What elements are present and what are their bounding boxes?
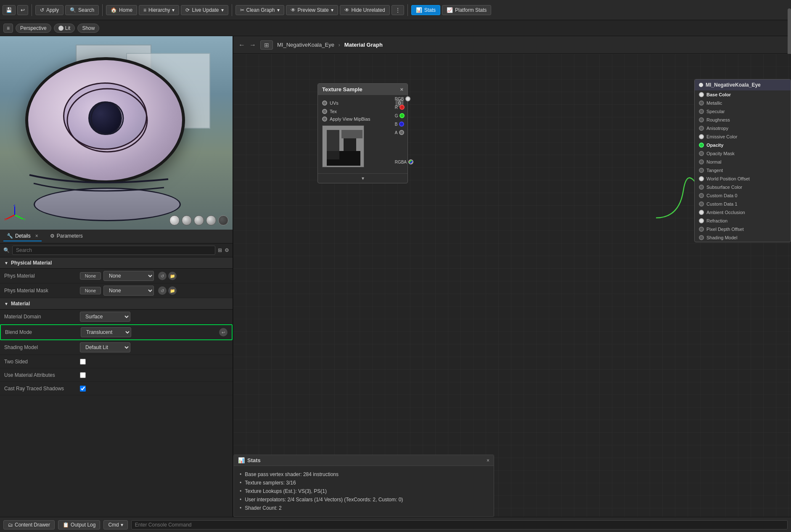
tex-label: Tex — [330, 109, 403, 114]
phys-material-mask-reset-btn[interactable]: ↺ — [158, 286, 167, 295]
stats-button[interactable]: 📊 Stats — [411, 5, 440, 15]
search-button[interactable]: 🔍 Search — [65, 5, 99, 15]
stats-item: •Texture samplers: 3/16 — [240, 479, 488, 487]
output-row-shading-model: Shading Model — [695, 233, 791, 242]
live-update-chevron-icon: ▾ — [221, 7, 224, 13]
shading-model-label: Shading Model — [4, 344, 80, 350]
output-label-13: Custom Data 1 — [706, 201, 737, 206]
texture-preview-svg — [323, 126, 364, 167]
stats-bullet-icon: • — [240, 471, 241, 477]
graph-area[interactable]: Texture Sample × UVs 0 Tex — [233, 54, 791, 517]
output-pin-1 — [699, 101, 704, 106]
axis-widget: Y X Z — [4, 204, 25, 225]
node-expand-btn[interactable]: ▾ — [318, 173, 407, 183]
details-close-icon[interactable]: × — [35, 233, 38, 239]
clean-graph-icon: ✂ — [240, 7, 244, 13]
blend-mode-value: Translucent ↩ — [81, 327, 228, 337]
console-input[interactable] — [131, 520, 788, 529]
material-domain-dropdown[interactable]: Surface — [80, 312, 130, 322]
cmd-btn[interactable]: Cmd ▾ — [103, 520, 127, 529]
output-pin-17 — [699, 235, 704, 240]
undo-button[interactable]: ↩ — [17, 5, 28, 15]
sphere-icon-5[interactable] — [218, 215, 228, 225]
section-physical-material[interactable]: ▼ Physical Material — [0, 257, 233, 269]
hierarchy-button[interactable]: ≡ Hierarchy ▾ — [139, 5, 179, 15]
platform-stats-button[interactable]: 📈 Platform Stats — [442, 5, 491, 15]
toolbar-separator — [32, 4, 32, 16]
parameters-label: Parameters — [57, 233, 83, 239]
apply-button[interactable]: ↺ Apply — [35, 5, 63, 15]
viewport[interactable]: Y X Z — [0, 36, 233, 230]
viewport-bar: ≡ Perspective Lit Show — [0, 20, 791, 36]
stats-close-btn[interactable]: × — [487, 458, 489, 463]
output-pin-2 — [699, 109, 704, 114]
tab-details[interactable]: 🔧 Details × — [3, 231, 42, 241]
phys-material-mask-browse-btn[interactable]: 📁 — [168, 286, 177, 295]
details-search-input[interactable] — [12, 246, 215, 255]
platform-stats-label: Platform Stats — [455, 7, 487, 13]
use-material-attrs-checkbox[interactable] — [80, 372, 86, 378]
preview-state-button[interactable]: 👁 Preview State ▾ — [286, 5, 338, 15]
home-button[interactable]: 🏠 Home — [106, 5, 137, 15]
prop-shading-model: Shading Model Default Lit — [0, 340, 233, 355]
svg-text:X: X — [4, 217, 7, 221]
stats-bullet-icon: • — [240, 488, 241, 494]
hide-unrelated-button[interactable]: 👁 Hide Unrelated — [340, 5, 390, 15]
phys-material-reset-btn[interactable]: ↺ — [158, 272, 167, 280]
phys-material-browse-btn[interactable]: 📁 — [168, 272, 177, 280]
blend-mode-reset-btn[interactable]: ↩ — [219, 328, 228, 336]
cast-ray-checkbox[interactable] — [80, 386, 86, 392]
output-pin-9 — [699, 168, 704, 173]
phys-material-mask-dropdown[interactable]: None — [103, 286, 154, 296]
svg-line-4 — [6, 215, 15, 219]
blend-mode-dropdown[interactable]: Translucent — [81, 327, 131, 337]
breadcrumb-forward-btn[interactable]: → — [249, 41, 256, 49]
cast-ray-label: Cast Ray Traced Shadows — [4, 386, 80, 392]
pin-a-out — [399, 130, 404, 135]
sphere-icon-1[interactable] — [169, 215, 180, 225]
output-row-specular: Specular — [695, 107, 791, 116]
more-button[interactable]: ⋮ — [392, 5, 404, 15]
hierarchy-chevron-icon: ▾ — [172, 7, 175, 13]
sphere-icon-2[interactable] — [182, 215, 192, 225]
output-label-5: Emissive Color — [706, 134, 737, 139]
stats-item: •Shader Count: 2 — [240, 504, 488, 512]
tab-parameters[interactable]: ⚙ Parameters — [47, 231, 86, 241]
shading-model-dropdown[interactable]: Default Lit — [80, 342, 130, 352]
eye-model-pupil — [88, 101, 122, 135]
breadcrumb-home-btn[interactable]: ⊞ — [260, 40, 273, 50]
output-pin-3 — [699, 117, 704, 122]
prop-cast-ray: Cast Ray Traced Shadows — [0, 382, 233, 395]
section-material-arrow-icon: ▼ — [4, 302, 8, 306]
output-label-14: Ambient Occlusion — [706, 210, 745, 215]
details-grid-icon[interactable]: ⊞ — [218, 247, 222, 253]
lit-button[interactable]: Lit — [54, 24, 75, 33]
svg-text:Z: Z — [13, 204, 16, 207]
output-row-opacity-mask: Opacity Mask — [695, 149, 791, 158]
left-panel: Y X Z 🔧 Details × — [0, 36, 233, 517]
breadcrumb-back-btn[interactable]: ← — [238, 41, 245, 49]
stats-icon: 📊 — [238, 457, 245, 463]
lit-label: Lit — [65, 25, 71, 31]
phys-material-dropdown[interactable]: None — [103, 271, 154, 281]
content-drawer-btn[interactable]: 🗂 Content Drawer — [3, 520, 55, 529]
perspective-button[interactable]: Perspective — [16, 24, 51, 33]
output-node-title: MI_NegativeKoala_Eye — [706, 82, 761, 88]
node-close-btn[interactable]: × — [400, 86, 403, 93]
sphere-icon-4[interactable] — [206, 215, 216, 225]
section-label: Physical Material — [11, 260, 52, 266]
sphere-icon-3[interactable] — [194, 215, 204, 225]
output-log-btn[interactable]: 📋 Output Log — [58, 520, 100, 529]
clean-graph-button[interactable]: ✂ Clean Graph ▾ — [235, 5, 284, 15]
viewport-menu-button[interactable]: ≡ — [3, 24, 13, 33]
output-pin-12 — [699, 193, 704, 198]
save-button[interactable]: 💾 — [3, 5, 16, 15]
details-settings-icon[interactable]: ⚙ — [225, 247, 229, 253]
section-material[interactable]: ▼ Material — [0, 298, 233, 310]
two-sided-checkbox[interactable] — [80, 359, 86, 365]
output-row-custom-data-0: Custom Data 0 — [695, 191, 791, 200]
live-update-button[interactable]: ⟳ Live Update ▾ — [181, 5, 228, 15]
preview-state-chevron-icon: ▾ — [331, 7, 333, 13]
output-node: MI_NegativeKoala_Eye Base ColorMetallicS… — [694, 79, 791, 242]
show-button[interactable]: Show — [77, 24, 99, 33]
